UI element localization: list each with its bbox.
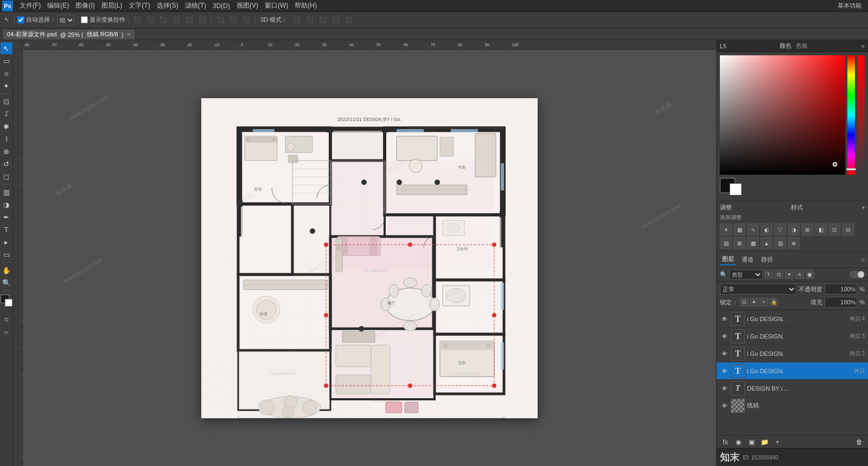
color-gradient[interactable] xyxy=(720,55,845,175)
lock-all[interactable]: 🔒 xyxy=(769,298,778,307)
quick-mask-btn[interactable]: ⊡ xyxy=(1,314,12,325)
dist-v-btn[interactable]: ⬛ xyxy=(227,14,239,26)
layer-visibility-5[interactable]: 👁 xyxy=(720,384,729,393)
align-left-btn[interactable]: ⬛ xyxy=(131,14,143,26)
new-group-btn[interactable]: 📁 xyxy=(759,437,770,447)
3d-mode-btn4[interactable]: ⬛ xyxy=(330,14,342,26)
adj-levels[interactable]: ▦ xyxy=(733,224,745,235)
dist-h-btn[interactable]: ⬛ xyxy=(214,14,226,26)
layers-panel-menu[interactable]: ≡ xyxy=(861,257,865,263)
adj-photo[interactable]: ⊡ xyxy=(828,224,840,235)
text-tool[interactable]: T xyxy=(1,224,12,235)
color-hue-bar[interactable] xyxy=(847,55,855,175)
zoom-tool[interactable]: 🔍 xyxy=(1,277,12,289)
align-middle-btn[interactable]: ⬛ xyxy=(183,14,195,26)
rect-shape-tool[interactable]: ▭ xyxy=(1,248,12,260)
layer-filter-btn1[interactable]: T xyxy=(764,270,773,279)
align-bottom-btn[interactable]: ⬛ xyxy=(196,14,208,26)
adj-expand-arrow[interactable]: ▾ xyxy=(862,205,865,210)
blend-mode-select[interactable]: 正常 xyxy=(720,284,796,295)
new-layer-btn[interactable]: + xyxy=(772,437,783,447)
auto-select-mode[interactable]: 组 xyxy=(57,15,75,25)
canvas-area[interactable]: -80 -70 -60 -50 -40 -30 -20 xyxy=(13,40,716,466)
align-right-btn[interactable]: ⬛ xyxy=(157,14,169,26)
layer-filter-btn5[interactable]: ▣ xyxy=(806,270,814,279)
opacity-input[interactable] xyxy=(825,284,857,295)
screen-mode-btn[interactable]: ▭ xyxy=(1,326,12,338)
layer-visibility-6[interactable]: 👁 xyxy=(720,401,729,410)
magic-wand-tool[interactable]: ✦ xyxy=(1,80,12,92)
layer-visibility-1[interactable]: 👁 xyxy=(720,315,729,323)
color-tab[interactable]: 颜色 xyxy=(780,42,792,50)
adj-colorbalance[interactable]: ⊞ xyxy=(801,224,813,235)
layer-filter-btn3[interactable]: ✦ xyxy=(785,270,794,279)
panel-menu-btn[interactable]: ≡ xyxy=(861,43,865,49)
align-center-btn[interactable]: ⬛ xyxy=(144,14,156,26)
adj-exposure[interactable]: ◐ xyxy=(761,224,773,235)
3d-mode-btn2[interactable]: ⬛ xyxy=(304,14,316,26)
history-brush-tool[interactable]: ↺ xyxy=(1,158,12,170)
pen-tool[interactable]: ✒ xyxy=(1,211,12,223)
menu-select[interactable]: 选择(S) xyxy=(154,0,182,11)
brush-tool[interactable]: ⌇ xyxy=(1,133,12,145)
channel-tab[interactable]: 通道 xyxy=(739,254,756,265)
layers-tab[interactable]: 图层 xyxy=(720,254,736,265)
basic-function-btn[interactable]: 基本功能 xyxy=(833,1,866,11)
menu-window[interactable]: 窗口(W) xyxy=(261,0,291,11)
spot-heal-tool[interactable]: ✱ xyxy=(1,120,12,132)
path-tab[interactable]: 路径 xyxy=(759,254,775,265)
adj-colorlookup[interactable]: ▤ xyxy=(720,237,732,249)
path-select-tool[interactable]: ▸ xyxy=(1,236,12,248)
adj-invert[interactable]: ⊠ xyxy=(733,237,745,249)
new-adj-layer-btn[interactable]: ▣ xyxy=(746,437,757,447)
layers-filter-select[interactable]: 类型 xyxy=(729,270,763,279)
layer-item-3[interactable]: 👁 T i Go DESIGN. 拷贝 2 xyxy=(717,345,868,362)
adj-threshold[interactable]: ▲ xyxy=(761,237,773,249)
rect-select-tool[interactable]: ▭ xyxy=(1,55,12,67)
bg-color-swatch[interactable] xyxy=(5,299,12,307)
menu-help[interactable]: 帮助(H) xyxy=(291,0,320,11)
menu-image[interactable]: 图像(I) xyxy=(72,0,98,11)
layer-visibility-3[interactable]: 👁 xyxy=(720,349,729,358)
swatch-tab[interactable]: 色板 xyxy=(796,42,808,50)
3d-mode-btn1[interactable]: ⬛ xyxy=(291,14,303,26)
menu-edit[interactable]: 编辑(E) xyxy=(44,0,72,11)
hand-tool[interactable]: ✋ xyxy=(1,264,12,276)
doc-tab-close[interactable]: ✕ xyxy=(126,31,131,37)
layer-filter-btn4[interactable]: A xyxy=(795,270,804,279)
layer-item-6[interactable]: 👁 线稿 xyxy=(717,397,868,414)
adj-curves[interactable]: ∿ xyxy=(747,224,759,235)
auto-select-checkbox[interactable] xyxy=(17,16,24,23)
menu-layer[interactable]: 图层(L) xyxy=(98,0,126,11)
menu-filter[interactable]: 滤镜(T) xyxy=(182,0,209,11)
eraser-tool[interactable]: ◻ xyxy=(1,170,12,182)
layer-item-5[interactable]: 👁 T DESIGN BY i ... xyxy=(717,380,868,397)
adj-posterize[interactable]: ▩ xyxy=(747,237,759,249)
3d-mode-btn5[interactable]: ⬛ xyxy=(343,14,355,26)
add-style-btn[interactable]: fx xyxy=(720,437,731,447)
lock-position[interactable]: ✦ xyxy=(750,298,758,307)
menu-text[interactable]: 文字(T) xyxy=(125,0,153,11)
dodge-tool[interactable]: ◑ xyxy=(1,199,12,210)
clone-stamp-tool[interactable]: ⊕ xyxy=(1,145,12,157)
3d-mode-btn3[interactable]: ⬛ xyxy=(317,14,329,26)
lasso-tool[interactable]: ⌾ xyxy=(1,67,12,79)
dist-extra-btn[interactable]: ⬛ xyxy=(240,14,252,26)
layer-item-4[interactable]: 👁 T i Go DESIGN. 拷贝 xyxy=(717,362,868,380)
layer-filter-toggle[interactable] xyxy=(850,271,865,278)
lock-pixels[interactable]: ⊡ xyxy=(740,298,749,307)
adj-hue[interactable]: ◑ xyxy=(788,224,800,235)
fill-input[interactable] xyxy=(825,297,857,308)
bg-color-box[interactable] xyxy=(730,183,742,195)
align-top-btn[interactable]: ⬛ xyxy=(170,14,182,26)
delete-layer-btn[interactable]: 🗑 xyxy=(854,437,865,447)
eyedropper-tool[interactable]: 𝓘 xyxy=(1,108,12,120)
layer-filter-btn2[interactable]: ⊡ xyxy=(775,270,783,279)
layer-item-2[interactable]: 👁 T i Go DESIGN. 拷贝 3 xyxy=(717,328,868,345)
menu-file[interactable]: 文件(F) xyxy=(16,0,44,11)
document-canvas[interactable]: www.znzmo.com 知末网 www.znzmo.com 知末网 www.… xyxy=(23,50,716,466)
add-mask-btn[interactable]: ◉ xyxy=(733,437,744,447)
gradient-tool[interactable]: ▥ xyxy=(1,186,12,198)
layer-item-1[interactable]: 👁 T i Go DESIGN. 拷贝 4 xyxy=(717,310,868,328)
lock-artboard[interactable]: + xyxy=(760,298,768,307)
